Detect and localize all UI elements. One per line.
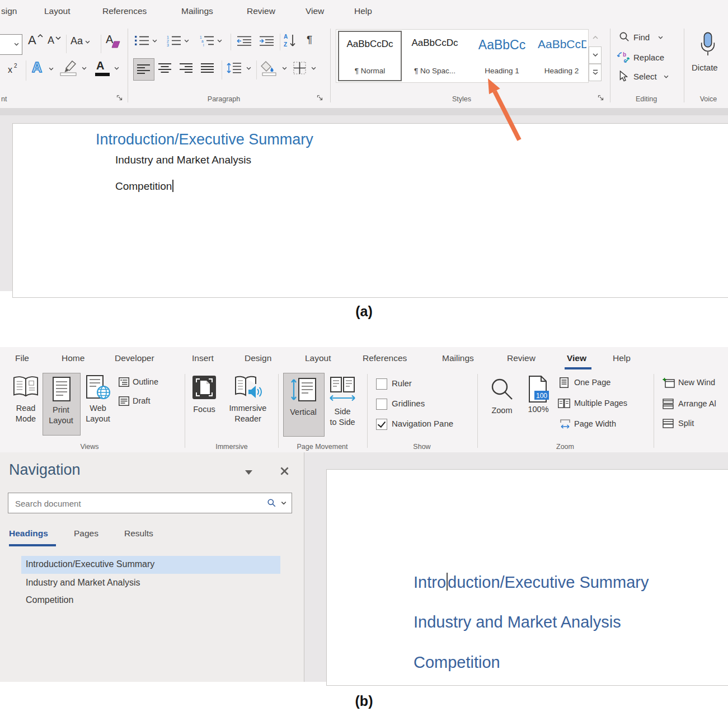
document-page[interactable]: Introduction/Executive Summary Industry … [12,123,728,298]
superscript-button[interactable]: x 2 [8,63,21,77]
change-case-button[interactable]: Aa [71,35,97,53]
draft-button[interactable]: Draft [119,396,169,409]
print-layout-button[interactable]: Print Layout [43,373,81,436]
side-to-side-button[interactable]: Side to Side [326,374,359,434]
chevron-down-icon[interactable] [14,43,19,46]
chevron-down-icon[interactable] [82,67,87,70]
numbering-button[interactable]: 123 [166,35,191,49]
immersive-reader-button[interactable]: Immersive Reader [220,374,275,433]
font-dialog-launcher-icon[interactable] [116,95,123,101]
ruler-checkbox[interactable] [376,378,387,390]
chevron-down-icon[interactable] [49,67,54,71]
page-width-button[interactable]: Page Width [560,419,638,431]
gallery-scroll-down[interactable] [589,46,602,64]
arrange-all-button[interactable]: Arrange Al [663,399,728,411]
chevron-down-icon[interactable] [658,36,663,39]
chevron-down-icon[interactable] [281,501,286,505]
clear-formatting-button[interactable]: A [106,33,123,52]
chevron-down-icon[interactable] [246,67,251,70]
font-color-button[interactable]: A [95,59,123,81]
multilevel-list-button[interactable]: 1ai [199,35,224,49]
decrease-indent-button[interactable] [236,35,253,49]
web-layout-button[interactable]: Web Layout [82,374,114,433]
justify-button[interactable] [200,63,215,74]
nav-tab-pages[interactable]: Pages [74,528,98,539]
bullets-button[interactable] [134,35,159,49]
search-input[interactable] [14,497,240,510]
one-page-button[interactable]: One Page [560,377,638,390]
gallery-scroll-up[interactable] [589,29,602,46]
split-button[interactable]: Split [663,419,728,431]
style-item-heading1[interactable]: AaBbCc Heading 1 [469,31,535,80]
highlight-button[interactable] [59,59,91,81]
doc-line2[interactable]: Industry and Market Analysis [115,154,251,166]
search-box[interactable] [8,493,292,513]
tab-mailings[interactable]: Mailings [442,353,474,363]
tab-design-partial[interactable]: sign [1,6,17,16]
ruler-label[interactable]: Ruler [392,378,412,388]
tab-file[interactable]: File [15,353,29,363]
doc-heading1[interactable]: Introduction/Executive Summary [414,573,649,592]
shrink-font-button[interactable]: A [48,35,63,53]
search-icon[interactable] [267,498,276,508]
navigation-pane-label[interactable]: Navigation Pane [392,419,453,428]
pilcrow-button[interactable]: ¶ [307,34,312,46]
doc-heading2[interactable]: Industry and Market Analysis [414,613,621,631]
style-item-no-spacing[interactable]: AaBbCcDc ¶ No Spac... [402,31,467,80]
align-center-button[interactable] [158,63,172,74]
tab-insert[interactable]: Insert [192,353,214,363]
tab-review[interactable]: Review [507,353,536,363]
pane-options-caret-icon[interactable] [245,470,252,475]
tab-review[interactable]: Review [247,6,275,16]
sort-button[interactable]: A Z [283,33,299,50]
align-left-button[interactable] [133,58,154,81]
tab-developer[interactable]: Developer [115,353,154,363]
read-mode-button[interactable]: Read Mode [10,374,41,433]
focus-button[interactable]: Focus [189,374,219,433]
style-item-normal[interactable]: AaBbCcDc ¶ Normal [338,31,402,81]
tab-design[interactable]: Design [245,353,271,363]
tab-layout[interactable]: Layout [44,6,71,16]
tab-mailings[interactable]: Mailings [181,6,213,16]
zoom-button[interactable]: Zoom [485,374,519,433]
tab-help[interactable]: Help [613,353,631,363]
outline-button[interactable]: Outline [119,377,169,390]
multiple-pages-button[interactable]: Multiple Pages [558,399,642,411]
select-button[interactable]: Select [619,71,680,85]
chevron-down-icon[interactable] [282,67,287,70]
grow-font-button[interactable]: A [28,32,45,53]
close-icon[interactable] [280,466,289,476]
replace-button[interactable]: b c Replace [617,50,678,66]
paragraph-dialog-launcher-icon[interactable] [317,95,323,101]
increase-indent-button[interactable] [259,35,275,49]
dictate-button[interactable]: Dictate [688,30,727,75]
tab-references[interactable]: References [363,353,407,363]
gridlines-checkbox[interactable] [376,399,387,410]
chevron-down-icon[interactable] [217,39,222,43]
styles-dialog-launcher-icon[interactable] [598,95,604,101]
nav-tab-headings-active[interactable]: Headings [9,528,48,539]
borders-button[interactable] [293,62,319,76]
zoom-100-button[interactable]: 100 100% [522,373,555,434]
style-item-heading2[interactable]: AaBbCcD Heading 2 [537,31,586,80]
doc-heading1[interactable]: Introduction/Executive Summary [96,131,313,148]
nav-tab-results[interactable]: Results [124,528,153,539]
font-size-combo[interactable] [0,34,22,55]
vertical-button[interactable]: Vertical [283,373,325,437]
tab-layout[interactable]: Layout [305,353,331,363]
tab-home[interactable]: Home [62,353,84,363]
chevron-down-icon[interactable] [152,39,157,43]
new-window-button[interactable]: New Wind [663,377,728,390]
shading-button[interactable] [261,60,289,77]
tab-view-active[interactable]: View [567,353,586,363]
nav-list-item[interactable]: Introduction/Executive Summary [26,559,154,569]
tab-references[interactable]: References [102,6,147,16]
nav-list-item[interactable]: Industry and Market Analysis [26,578,140,588]
doc-line3[interactable]: Competition [115,180,173,193]
gallery-more-button[interactable] [589,64,602,81]
line-spacing-button[interactable] [226,62,253,75]
document-page[interactable]: Introduction/Executive Summary Industry … [326,469,728,686]
navigation-pane-checkbox[interactable] [376,419,387,430]
chevron-down-icon[interactable] [184,39,189,43]
tab-help[interactable]: Help [354,6,372,16]
